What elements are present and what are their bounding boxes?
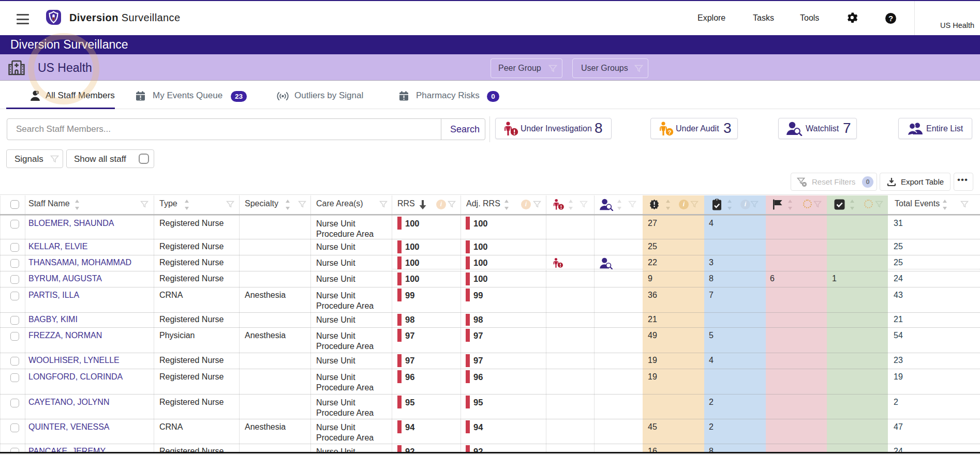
svg-text:?: ? (668, 129, 672, 135)
